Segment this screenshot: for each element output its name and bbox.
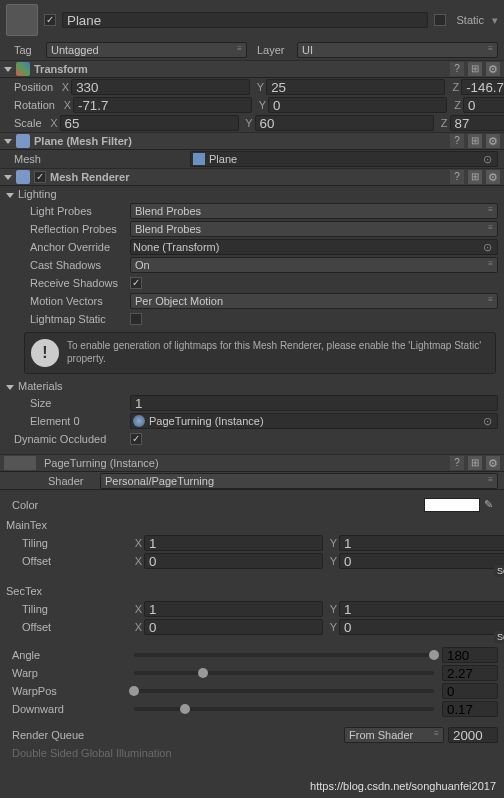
reflectionprobes-dropdown[interactable]: Blend Probes bbox=[130, 221, 498, 237]
downward-value-field[interactable] bbox=[442, 701, 498, 717]
downward-label: Downward bbox=[6, 703, 126, 715]
meshrenderer-enable-checkbox[interactable] bbox=[34, 171, 46, 183]
maintex-select-button[interactable]: Select bbox=[494, 565, 504, 577]
object-picker-icon[interactable]: ⊙ bbox=[479, 415, 495, 428]
transform-icon bbox=[16, 62, 30, 76]
slider-thumb-icon[interactable] bbox=[129, 686, 139, 696]
meshfilter-icon bbox=[16, 134, 30, 148]
preset-icon[interactable] bbox=[468, 134, 482, 148]
warppos-value-field[interactable] bbox=[442, 683, 498, 699]
static-label: Static bbox=[456, 14, 484, 26]
tag-dropdown[interactable]: Untagged bbox=[46, 42, 247, 58]
renderqueue-label: Render Queue bbox=[6, 729, 126, 741]
materials-label: Materials bbox=[18, 380, 63, 392]
sectex-label: SecTex bbox=[6, 585, 126, 597]
position-y-field[interactable] bbox=[266, 79, 445, 95]
lighting-label: Lighting bbox=[18, 188, 57, 200]
preset-icon[interactable] bbox=[468, 62, 482, 76]
sectex-tiling-x[interactable] bbox=[144, 601, 323, 617]
lightmapstatic-label: Lightmap Static bbox=[6, 313, 126, 325]
reflectionprobes-label: Reflection Probes bbox=[6, 223, 126, 235]
meshrenderer-foldout-icon[interactable] bbox=[4, 175, 12, 180]
dynamicoccluded-label: Dynamic Occluded bbox=[6, 433, 126, 445]
gear-icon[interactable] bbox=[486, 134, 500, 148]
static-dropdown-icon[interactable] bbox=[490, 14, 498, 27]
info-icon bbox=[31, 339, 59, 367]
meshfilter-foldout-icon[interactable] bbox=[4, 139, 12, 144]
warp-slider[interactable] bbox=[134, 671, 434, 675]
castshadows-dropdown[interactable]: On bbox=[130, 257, 498, 273]
transform-foldout-icon[interactable] bbox=[4, 67, 12, 72]
slider-thumb-icon[interactable] bbox=[198, 668, 208, 678]
rotation-x-field[interactable] bbox=[73, 97, 252, 113]
preset-icon[interactable] bbox=[468, 456, 482, 470]
eyedropper-icon[interactable] bbox=[484, 498, 498, 512]
gear-icon[interactable] bbox=[486, 456, 500, 470]
rotation-z-field[interactable] bbox=[463, 97, 504, 113]
castshadows-label: Cast Shadows bbox=[6, 259, 126, 271]
help-icon[interactable] bbox=[450, 170, 464, 184]
motionvectors-dropdown[interactable]: Per Object Motion bbox=[130, 293, 498, 309]
x-label: X bbox=[57, 81, 69, 93]
maintex-offset-y[interactable] bbox=[339, 553, 504, 569]
mesh-object-field[interactable]: Plane ⊙ bbox=[190, 151, 498, 167]
static-checkbox[interactable] bbox=[434, 14, 446, 26]
sectex-tiling-y[interactable] bbox=[339, 601, 504, 617]
materials-size-field[interactable] bbox=[130, 395, 498, 411]
color-swatch[interactable] bbox=[424, 498, 480, 512]
meshrenderer-title: Mesh Renderer bbox=[50, 171, 446, 183]
maintex-tiling-y[interactable] bbox=[339, 535, 504, 551]
lightprobes-dropdown[interactable]: Blend Probes bbox=[130, 203, 498, 219]
shader-dropdown[interactable]: Personal/PageTurning bbox=[100, 473, 498, 489]
help-icon[interactable] bbox=[450, 134, 464, 148]
position-z-field[interactable] bbox=[461, 79, 504, 95]
materials-foldout-icon[interactable] bbox=[6, 385, 14, 390]
position-label: Position bbox=[6, 81, 53, 93]
maintex-tiling-label: Tiling bbox=[6, 537, 126, 549]
sectex-tiling-label: Tiling bbox=[6, 603, 126, 615]
sectex-offset-y[interactable] bbox=[339, 619, 504, 635]
gameobject-name-field[interactable] bbox=[62, 12, 428, 28]
angle-value-field[interactable] bbox=[442, 647, 498, 663]
gear-icon[interactable] bbox=[486, 170, 500, 184]
y-label: Y bbox=[252, 81, 264, 93]
gear-icon[interactable] bbox=[486, 62, 500, 76]
layer-dropdown[interactable]: UI bbox=[297, 42, 498, 58]
warppos-slider[interactable] bbox=[134, 689, 434, 693]
scale-y-field[interactable] bbox=[255, 115, 434, 131]
slider-thumb-icon[interactable] bbox=[429, 650, 439, 660]
sectex-offset-x[interactable] bbox=[144, 619, 323, 635]
maintex-tiling-x[interactable] bbox=[144, 535, 323, 551]
receiveshadows-label: Receive Shadows bbox=[6, 277, 126, 289]
object-picker-icon[interactable]: ⊙ bbox=[479, 153, 495, 166]
lighting-foldout-icon[interactable] bbox=[6, 193, 14, 198]
downward-slider[interactable] bbox=[134, 707, 434, 711]
object-picker-icon[interactable]: ⊙ bbox=[479, 241, 495, 254]
lightmapstatic-checkbox[interactable] bbox=[130, 313, 142, 325]
warp-value-field[interactable] bbox=[442, 665, 498, 681]
angle-slider[interactable] bbox=[134, 653, 434, 657]
preset-icon[interactable] bbox=[468, 170, 482, 184]
element0-field[interactable]: PageTurning (Instance)⊙ bbox=[130, 413, 498, 429]
material-asset-icon bbox=[133, 415, 145, 427]
receiveshadows-checkbox[interactable] bbox=[130, 277, 142, 289]
shader-label: Shader bbox=[6, 475, 96, 487]
dynamicoccluded-checkbox[interactable] bbox=[130, 433, 142, 445]
mesh-asset-icon bbox=[193, 153, 205, 165]
renderqueue-value-field[interactable] bbox=[448, 727, 498, 743]
anchoroverride-field[interactable]: None (Transform)⊙ bbox=[130, 239, 498, 255]
maintex-label: MainTex bbox=[6, 519, 126, 531]
help-icon[interactable] bbox=[450, 62, 464, 76]
position-x-field[interactable] bbox=[71, 79, 250, 95]
scale-z-field[interactable] bbox=[450, 115, 504, 131]
maintex-offset-x[interactable] bbox=[144, 553, 323, 569]
scale-x-field[interactable] bbox=[60, 115, 239, 131]
rotation-y-field[interactable] bbox=[268, 97, 447, 113]
gameobject-icon bbox=[6, 4, 38, 36]
help-icon[interactable] bbox=[450, 456, 464, 470]
sectex-select-button[interactable]: Select bbox=[494, 631, 504, 643]
active-checkbox[interactable] bbox=[44, 14, 56, 26]
renderqueue-dropdown[interactable]: From Shader bbox=[344, 727, 444, 743]
slider-thumb-icon[interactable] bbox=[180, 704, 190, 714]
lightmap-info-box: To enable generation of lightmaps for th… bbox=[24, 332, 496, 374]
